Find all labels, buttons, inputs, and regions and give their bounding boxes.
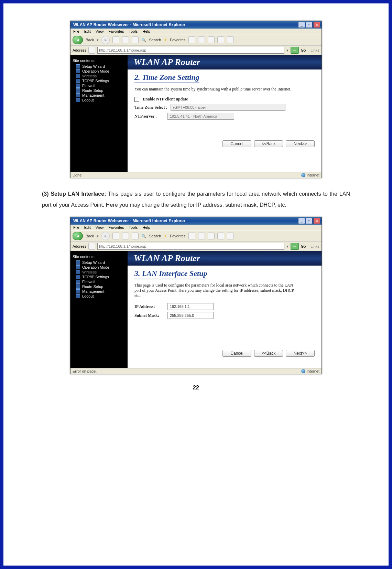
sidebar-header: Site contents: xyxy=(73,58,126,63)
back-label[interactable]: Back xyxy=(86,38,94,42)
sidebar-item-opmode[interactable]: Operation Mode xyxy=(73,265,126,270)
refresh-icon[interactable] xyxy=(122,233,129,239)
menu-favorites[interactable]: Favorites xyxy=(108,225,124,229)
maximize-button[interactable]: □ xyxy=(306,22,313,28)
print-icon[interactable] xyxy=(208,36,215,43)
menu-edit[interactable]: Edit xyxy=(84,29,91,33)
close-button[interactable]: ✕ xyxy=(313,22,320,28)
sidebar-item-tcpip[interactable]: TCP/IP Settings xyxy=(73,78,126,83)
sidebar-item-wizard[interactable]: Setup Wizard xyxy=(73,260,126,265)
folder-icon xyxy=(76,93,80,97)
mask-input[interactable]: 255.255.255.0 xyxy=(167,312,214,319)
folder-icon xyxy=(76,284,80,289)
page-icon xyxy=(88,243,95,250)
address-input[interactable] xyxy=(97,243,284,250)
edit-icon[interactable] xyxy=(217,36,224,43)
go-button[interactable]: → xyxy=(291,243,299,250)
tz-label: Time Zone Select : xyxy=(134,105,167,110)
sidebar-item-wizard[interactable]: Setup Wizard xyxy=(73,64,126,69)
links-label[interactable]: Links xyxy=(311,244,319,248)
sidebar-item-route[interactable]: Route Setup xyxy=(73,284,126,289)
back-button-wizard[interactable]: <<Back xyxy=(254,140,283,147)
page-description: This page is used to configure the param… xyxy=(134,283,300,298)
address-input[interactable] xyxy=(97,47,284,54)
menu-tools[interactable]: Tools xyxy=(129,29,138,33)
sidebar-header: Site contents: xyxy=(73,255,126,259)
search-label[interactable]: Search xyxy=(149,234,161,238)
folder-icon xyxy=(76,289,80,293)
favorites-label[interactable]: Favorites xyxy=(170,38,185,42)
go-button[interactable]: → xyxy=(291,47,299,54)
menu-help[interactable]: Help xyxy=(142,29,150,33)
refresh-icon[interactable] xyxy=(122,36,129,43)
forward-button[interactable]: ► xyxy=(101,232,110,240)
go-label[interactable]: Go xyxy=(301,48,306,52)
mask-label: Subnet Mask: xyxy=(134,313,164,318)
enable-ntp-checkbox[interactable] xyxy=(134,97,139,102)
print-icon[interactable] xyxy=(208,233,215,239)
maximize-button[interactable]: □ xyxy=(306,218,313,224)
stop-icon[interactable] xyxy=(112,233,119,239)
home-icon[interactable] xyxy=(132,36,139,43)
stop-icon[interactable] xyxy=(112,36,119,43)
folder-icon xyxy=(76,64,80,68)
sidebar-item-opmode[interactable]: Operation Mode xyxy=(73,69,126,74)
mail-icon[interactable] xyxy=(198,36,205,43)
links-label[interactable]: Links xyxy=(311,48,319,52)
mail-icon[interactable] xyxy=(198,233,205,239)
router-banner: WLAN AP Router xyxy=(128,251,322,266)
go-label[interactable]: Go xyxy=(301,244,306,248)
sidebar-item-wireless[interactable]: Wireless xyxy=(73,270,126,275)
search-label[interactable]: Search xyxy=(149,38,161,42)
discuss-icon[interactable] xyxy=(227,36,234,43)
sidebar-item-tcpip[interactable]: TCP/IP Settings xyxy=(73,275,126,279)
menu-file[interactable]: File xyxy=(73,29,79,33)
back-button[interactable]: ◄ xyxy=(73,36,83,44)
menu-favorites[interactable]: Favorites xyxy=(108,29,124,33)
history-icon[interactable] xyxy=(188,233,195,239)
forward-button[interactable]: ► xyxy=(101,36,110,44)
cancel-button[interactable]: Cancel xyxy=(222,350,251,357)
sidebar: Site contents: Setup Wizard Operation Mo… xyxy=(70,251,128,368)
sidebar-item-management[interactable]: Management xyxy=(73,93,126,98)
sidebar-item-management[interactable]: Management xyxy=(73,289,126,294)
page-heading: 3. LAN Interface Setup xyxy=(134,269,207,279)
status-bar: Done Internet xyxy=(70,172,322,178)
sidebar-item-wireless[interactable]: Wireless xyxy=(73,74,126,78)
minimize-button[interactable]: _ xyxy=(298,218,305,224)
home-icon[interactable] xyxy=(132,233,139,239)
history-icon[interactable] xyxy=(188,36,195,43)
sidebar-item-route[interactable]: Route Setup xyxy=(73,88,126,93)
next-button[interactable]: Next>> xyxy=(286,140,315,147)
back-button-wizard[interactable]: <<Back xyxy=(254,350,283,357)
folder-icon xyxy=(76,294,80,298)
folder-icon xyxy=(76,88,80,93)
tz-select[interactable]: (GMT+08:00)Taipei xyxy=(171,104,285,111)
ntp-select[interactable]: 192.5.41.41 - North America xyxy=(167,113,234,120)
sidebar-item-logout[interactable]: Logout xyxy=(73,98,126,103)
back-label[interactable]: Back xyxy=(86,234,94,238)
close-button[interactable]: ✕ xyxy=(313,218,320,224)
minimize-button[interactable]: _ xyxy=(298,22,305,28)
discuss-icon[interactable] xyxy=(227,233,234,239)
sidebar-item-logout[interactable]: Logout xyxy=(73,294,126,299)
globe-icon xyxy=(301,369,305,373)
favorites-label[interactable]: Favorites xyxy=(170,234,185,238)
menu-view[interactable]: View xyxy=(96,29,104,33)
document-page: WLAN AP Router Webserver - Microsoft Int… xyxy=(0,0,392,569)
toolbar: ◄ Back ▾ ► 🔍Search ★Favorites xyxy=(70,230,322,242)
sidebar: Site contents: Setup Wizard Operation Mo… xyxy=(70,55,128,172)
back-button[interactable]: ◄ xyxy=(73,232,83,240)
next-button[interactable]: Next>> xyxy=(286,350,315,357)
menu-help[interactable]: Help xyxy=(142,225,150,229)
sidebar-item-firewall[interactable]: Firewall xyxy=(73,83,126,88)
cancel-button[interactable]: Cancel xyxy=(222,140,251,147)
menu-bar: File Edit View Favorites Tools Help xyxy=(70,29,322,34)
sidebar-item-firewall[interactable]: Firewall xyxy=(73,279,126,284)
menu-view[interactable]: View xyxy=(96,225,104,229)
ip-input[interactable]: 192.168.1.1 xyxy=(167,303,214,310)
menu-edit[interactable]: Edit xyxy=(84,225,91,229)
menu-tools[interactable]: Tools xyxy=(129,225,138,229)
menu-file[interactable]: File xyxy=(73,225,79,229)
edit-icon[interactable] xyxy=(217,233,224,239)
